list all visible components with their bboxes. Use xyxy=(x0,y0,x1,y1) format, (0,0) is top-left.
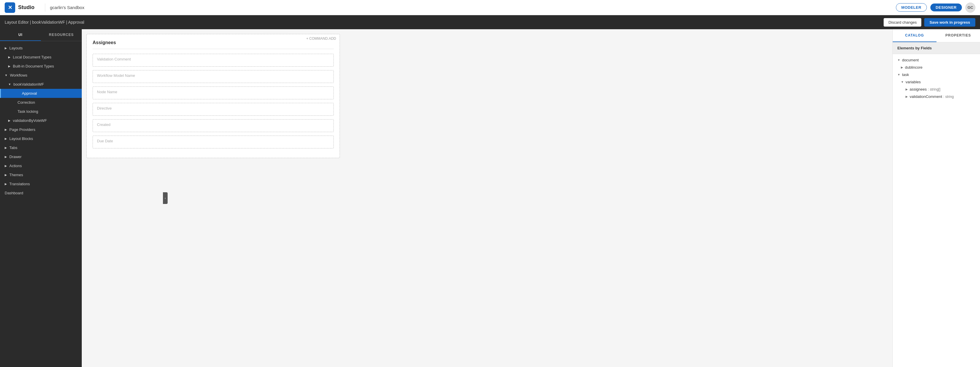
sidebar-item-local-doc-types[interactable]: ▶ Local Document Types xyxy=(0,53,82,62)
tree-container: ▼ document ▶ dublincore ▼ task ▼ variabl… xyxy=(892,54,980,102)
sidebar-item-correction[interactable]: Correction xyxy=(0,98,82,107)
tree-item-task[interactable]: ▼ task xyxy=(896,71,977,78)
field-due-date[interactable]: Due Date xyxy=(92,136,334,148)
catalog-section-label: Elements by Fields xyxy=(892,42,980,54)
chevron-icon: ▶ xyxy=(5,137,7,140)
sidebar-item-task-locking[interactable]: Task locking xyxy=(0,107,82,116)
chevron-icon: ▼ xyxy=(5,73,8,77)
sidebar-item-validationbyvotewf[interactable]: ▶ validationByVoteWF xyxy=(0,116,82,125)
sidebar-item-approval[interactable]: Approval xyxy=(0,89,82,98)
chevron-icon: ▼ xyxy=(897,73,900,76)
designer-button[interactable]: DESIGNER xyxy=(931,3,962,11)
field-validation-comment[interactable]: Validation Comment xyxy=(92,54,334,67)
sidebar-collapse-toggle[interactable]: ‹ xyxy=(163,192,168,204)
form-container: + COMMAND.ADD Assignees Validation Comme… xyxy=(86,34,340,158)
chevron-icon: ▶ xyxy=(901,66,903,69)
sidebar-item-layout-blocks[interactable]: ▶ Layout Blocks xyxy=(0,134,82,143)
modeler-button[interactable]: MODELER xyxy=(896,3,927,12)
secondbar: Layout Editor | bookValidationWF | Appro… xyxy=(0,15,980,29)
field-node-name[interactable]: Node Name xyxy=(92,86,334,99)
chevron-icon: ▶ xyxy=(5,182,7,185)
tree-item-assignees[interactable]: ▶ assignees : string[] xyxy=(896,86,977,93)
chevron-icon: ▼ xyxy=(897,59,900,62)
chevron-icon: ▶ xyxy=(5,164,7,168)
secondbar-actions: Discard changes Save work in progress xyxy=(884,18,975,27)
field-directive[interactable]: Directive xyxy=(92,103,334,116)
tree-item-document[interactable]: ▼ document xyxy=(896,56,977,64)
logo-icon: ✕ xyxy=(5,2,15,13)
sidebar-item-page-providers[interactable]: ▶ Page Providers xyxy=(0,125,82,134)
chevron-icon: ▶ xyxy=(8,56,11,59)
sidebar-item-tabs[interactable]: ▶ Tabs xyxy=(0,143,82,152)
sidebar-item-translations[interactable]: ▶ Translations xyxy=(0,179,82,188)
command-add-button[interactable]: + COMMAND.ADD xyxy=(306,37,336,41)
sidebar-item-dashboard[interactable]: Dashboard xyxy=(0,188,82,198)
save-button[interactable]: Save work in progress xyxy=(924,18,975,27)
tab-ui[interactable]: UI xyxy=(0,29,41,41)
chevron-icon: ▼ xyxy=(901,80,904,84)
sidebar-item-drawer[interactable]: ▶ Drawer xyxy=(0,152,82,161)
chevron-icon: ▶ xyxy=(8,119,11,122)
left-sidebar: UI RESOURCES ▶ Layouts ▶ Local Document … xyxy=(0,29,82,367)
right-panel-tabs: CATALOG PROPERTIES xyxy=(892,29,980,42)
tab-properties[interactable]: PROPERTIES xyxy=(937,29,980,42)
topbar-divider xyxy=(45,3,45,12)
sidebar-tabs: UI RESOURCES xyxy=(0,29,82,41)
sidebar-item-themes[interactable]: ▶ Themes xyxy=(0,170,82,179)
chevron-icon: ▶ xyxy=(5,46,7,49)
chevron-icon: ▶ xyxy=(5,128,7,131)
layout-editor: + COMMAND.ADD Assignees Validation Comme… xyxy=(82,29,345,163)
main-layout: UI RESOURCES ▶ Layouts ▶ Local Document … xyxy=(0,29,980,367)
breadcrumb: Layout Editor | bookValidationWF | Appro… xyxy=(5,20,84,24)
chevron-icon: ▼ xyxy=(8,83,11,86)
right-panel-body: Elements by Fields ▼ document ▶ dublinco… xyxy=(892,42,980,367)
logo-area: ✕ Studio xyxy=(5,2,35,13)
sidebar-item-builtin-doc-types[interactable]: ▶ Built-in Document Types xyxy=(0,62,82,71)
sidebar-item-actions[interactable]: ▶ Actions xyxy=(0,161,82,170)
tree-item-validationcomment[interactable]: ▶ validationComment : string xyxy=(896,93,977,100)
chevron-icon: ▶ xyxy=(905,88,908,91)
topbar-right: MODELER DESIGNER GC xyxy=(896,3,975,13)
chevron-icon: ▶ xyxy=(8,65,11,68)
sandbox-name: gcarlin's Sandbox xyxy=(50,5,84,10)
center-content: + COMMAND.ADD Assignees Validation Comme… xyxy=(82,29,892,367)
assignees-header: Assignees xyxy=(92,40,334,49)
tab-catalog[interactable]: CATALOG xyxy=(892,29,937,42)
sidebar-nav: ▶ Layouts ▶ Local Document Types ▶ Built… xyxy=(0,41,82,367)
tree-item-dublincore[interactable]: ▶ dublincore xyxy=(896,64,977,71)
sidebar-item-workflows[interactable]: ▼ Workflows xyxy=(0,71,82,80)
sidebar-item-bookvalidationwf[interactable]: ▼ bookValidationWF xyxy=(0,80,82,89)
avatar[interactable]: GC xyxy=(966,3,975,13)
sidebar-item-layouts[interactable]: ▶ Layouts xyxy=(0,43,82,53)
chevron-icon: ▶ xyxy=(905,95,908,98)
topbar: ✕ Studio gcarlin's Sandbox MODELER DESIG… xyxy=(0,0,980,15)
chevron-icon: ▶ xyxy=(5,155,7,158)
right-panel: CATALOG PROPERTIES Elements by Fields ▼ … xyxy=(892,29,980,367)
tab-resources[interactable]: RESOURCES xyxy=(41,29,82,41)
tree-item-variables[interactable]: ▼ variables xyxy=(896,78,977,86)
discard-button[interactable]: Discard changes xyxy=(884,18,921,27)
field-created[interactable]: Created xyxy=(92,119,334,132)
field-workflow-model-name[interactable]: Workflow Model Name xyxy=(92,70,334,83)
chevron-icon: ▶ xyxy=(5,173,7,177)
chevron-icon: ▶ xyxy=(5,146,7,149)
app-title: Studio xyxy=(18,5,35,11)
